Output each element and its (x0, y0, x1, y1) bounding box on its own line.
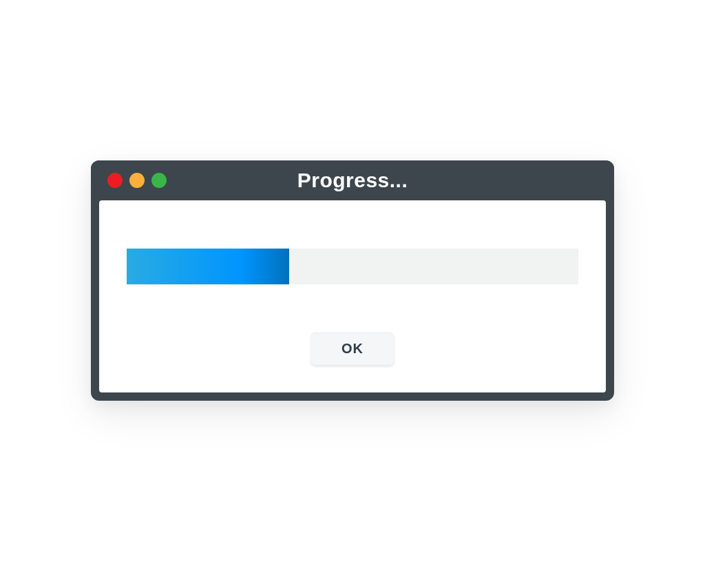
maximize-icon[interactable] (151, 173, 167, 188)
progress-fill (127, 249, 289, 284)
dialog-content: OK (99, 200, 606, 392)
window-title: Progress... (297, 169, 408, 192)
titlebar: Progress... (91, 160, 614, 200)
progress-bar (127, 249, 578, 284)
ok-button[interactable]: OK (311, 333, 394, 365)
minimize-icon[interactable] (129, 173, 145, 188)
dialog-window: Progress... OK (91, 160, 614, 401)
close-icon[interactable] (107, 173, 123, 188)
window-controls (107, 173, 167, 188)
